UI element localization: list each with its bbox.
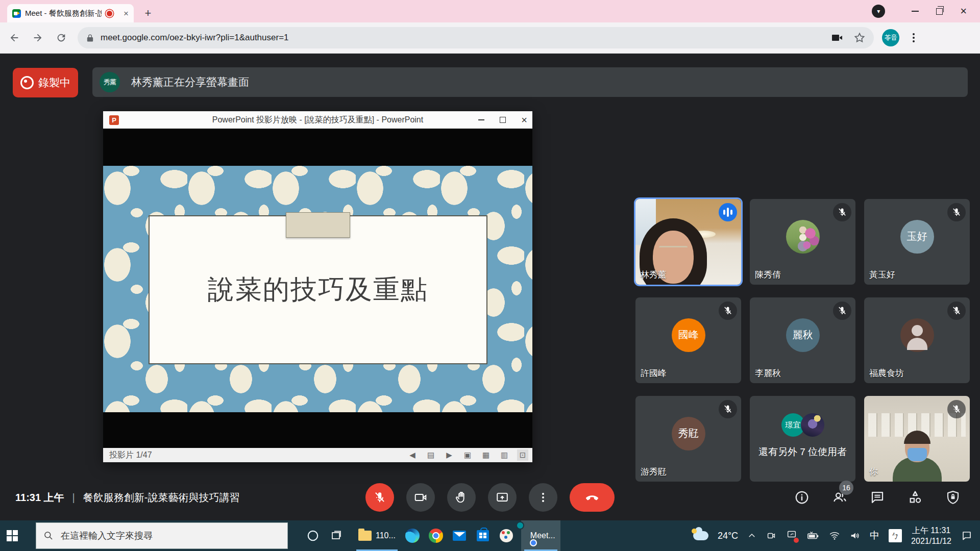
- participant-tile[interactable]: 玉好黃玉好: [864, 199, 970, 285]
- reload-icon[interactable]: [52, 29, 70, 47]
- participant-tile[interactable]: 林秀薰: [635, 199, 741, 285]
- paint-icon: [500, 529, 513, 542]
- slide-decoration-tab: [286, 212, 350, 238]
- task-view-button[interactable]: [325, 520, 348, 551]
- divider: |: [72, 492, 75, 504]
- omnibox[interactable]: meet.google.com/oez-bkyi-iwr?pli=1&authu…: [78, 27, 874, 48]
- taskbar-app-edge[interactable]: [401, 520, 424, 551]
- participants-panel-icon[interactable]: 16: [831, 489, 848, 506]
- tab-search-button[interactable]: ▾: [872, 5, 885, 18]
- taskbar-app-explorer-110[interactable]: 110...: [353, 520, 401, 551]
- bookmark-star-icon[interactable]: [853, 32, 866, 44]
- camera-in-use-icon[interactable]: [831, 32, 843, 44]
- browser-tabstrip: Meet - 餐飲服務創新-說菜藝 × + ▾ ×: [0, 0, 980, 22]
- activities-icon[interactable]: [906, 489, 924, 506]
- windows-taskbar: 在這裡輸入文字來搜尋 110... Meet... 24°C: [0, 520, 980, 551]
- slide-title: 說菜的技巧及重點: [208, 272, 428, 308]
- participant-photo-avatar: [786, 220, 820, 254]
- meet-favicon: [12, 9, 21, 18]
- present-screen-button[interactable]: [488, 483, 517, 512]
- participant-tile[interactable]: 國峰許國峰: [635, 297, 741, 383]
- shared-powerpoint-window: P PowerPoint 投影片放映 - [說菜的技巧及重點] - PowerP…: [103, 111, 532, 462]
- chat-icon[interactable]: [869, 489, 886, 506]
- ppt-window-title: PowerPoint 投影片放映 - [說菜的技巧及重點] - PowerPoi…: [103, 115, 532, 126]
- tray-expand-chevron-icon[interactable]: [747, 531, 756, 540]
- taskbar-app-mail[interactable]: [448, 520, 471, 551]
- browser-menu-icon[interactable]: [908, 33, 920, 42]
- previous-slide-icon[interactable]: ◀: [407, 449, 418, 461]
- overflow-avatars: 璟宜: [781, 413, 824, 437]
- meeting-details-icon[interactable]: [793, 489, 811, 506]
- tab-close-icon[interactable]: ×: [124, 9, 129, 18]
- action-center-icon[interactable]: [961, 530, 973, 542]
- normal-view-icon[interactable]: ▣: [462, 449, 473, 461]
- window-restore-button[interactable]: [936, 8, 943, 15]
- participant-tile[interactable]: 璟宜還有另外 7 位使用者: [750, 396, 855, 482]
- windows-logo-icon: [7, 530, 18, 541]
- window-minimize-button[interactable]: [912, 11, 919, 12]
- browser-profile-avatar[interactable]: 苓音: [882, 29, 899, 46]
- battery-icon[interactable]: [806, 529, 820, 542]
- taskbar-clock[interactable]: 上午 11:31 2021/11/12: [911, 525, 951, 546]
- participant-name: 你: [869, 466, 878, 478]
- participant-avatar: 秀屘: [672, 417, 705, 450]
- camera-active-tray-icon[interactable]: [766, 530, 777, 541]
- more-options-button[interactable]: [529, 483, 557, 512]
- store-icon: [477, 530, 489, 541]
- chrome-icon: [429, 529, 443, 543]
- reading-view-icon[interactable]: ▥: [499, 449, 510, 461]
- back-icon[interactable]: [5, 29, 23, 47]
- notification-dot: [794, 538, 799, 543]
- participant-tile[interactable]: 你: [864, 396, 970, 482]
- window-close-button[interactable]: ×: [960, 6, 967, 17]
- ppt-minimize-button[interactable]: [478, 119, 484, 120]
- taskbar-app-paint[interactable]: [495, 520, 518, 551]
- cortana-button[interactable]: [301, 520, 325, 551]
- forward-icon[interactable]: [29, 29, 47, 47]
- lock-icon: [86, 34, 94, 42]
- taskbar-app-meet[interactable]: Meet...: [521, 520, 560, 551]
- ppt-close-button[interactable]: ×: [521, 115, 527, 125]
- wifi-icon[interactable]: [829, 530, 840, 541]
- mail-icon: [453, 531, 466, 541]
- participant-tile[interactable]: 麗秋李麗秋: [750, 297, 855, 383]
- volume-icon[interactable]: [849, 530, 861, 541]
- grid-view-icon[interactable]: ▦: [480, 449, 492, 461]
- next-slide-icon[interactable]: ▶: [444, 449, 455, 461]
- mic-muted-button[interactable]: [365, 483, 394, 512]
- pin-toolbar-icon[interactable]: ⊡: [517, 449, 528, 461]
- participant-tile[interactable]: 福農食坊: [864, 297, 970, 383]
- raise-hand-button[interactable]: [447, 483, 476, 512]
- ppt-maximize-button[interactable]: [500, 117, 506, 123]
- meeting-clock: 11:31 上午: [15, 491, 64, 505]
- wireless-display-icon[interactable]: [786, 529, 797, 542]
- participant-avatar: 麗秋: [786, 318, 820, 352]
- participant-name: 陳秀倩: [755, 269, 781, 281]
- taskbar-app-chrome[interactable]: [424, 520, 448, 551]
- clock-date: 2021/11/12: [911, 536, 951, 546]
- ime-language-indicator[interactable]: 中: [870, 529, 879, 542]
- notes-icon[interactable]: ▤: [425, 449, 436, 461]
- taskbar-search-input[interactable]: 在這裡輸入文字來搜尋: [36, 522, 288, 549]
- ime-key-indicator[interactable]: ㄅ: [889, 529, 902, 542]
- presenter-avatar: 秀薰: [100, 72, 120, 92]
- host-controls-icon[interactable]: [944, 489, 962, 506]
- weather-icon[interactable]: [693, 531, 708, 540]
- participant-name: 許國峰: [641, 367, 667, 379]
- taskbar-app-store[interactable]: [471, 520, 495, 551]
- mic-muted-icon: [947, 400, 966, 418]
- participant-tile[interactable]: 秀屘游秀屘: [635, 396, 741, 482]
- end-call-button[interactable]: [570, 483, 615, 512]
- mic-muted-icon: [833, 203, 851, 221]
- weather-temperature[interactable]: 24°C: [718, 531, 738, 541]
- new-tab-button[interactable]: +: [141, 6, 155, 20]
- mic-muted-icon: [947, 203, 966, 221]
- meeting-title: 餐飲服務創新-說菜藝術與技巧講習: [83, 491, 240, 505]
- slide-canvas: 說菜的技巧及重點: [103, 166, 532, 412]
- start-button[interactable]: [0, 520, 24, 551]
- browser-tab-meet[interactable]: Meet - 餐飲服務創新-說菜藝 ×: [7, 4, 134, 22]
- notification-text: 林秀薰正在分享螢幕畫面: [131, 75, 249, 89]
- recording-badge: 錄製中: [13, 68, 78, 97]
- participant-tile[interactable]: 陳秀倩: [750, 199, 855, 285]
- camera-button[interactable]: [406, 483, 435, 512]
